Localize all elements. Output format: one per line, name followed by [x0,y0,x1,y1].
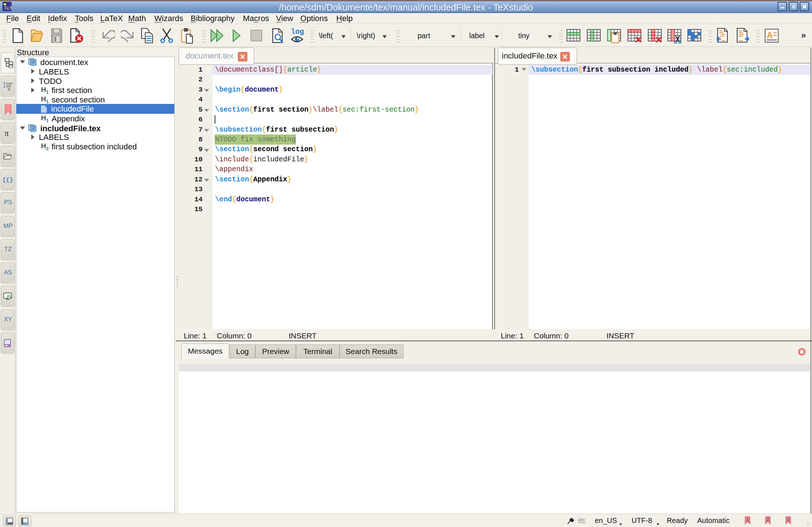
svg-text:1: 1 [3,81,5,85]
svg-text:log: log [291,28,304,36]
svg-text:A: A [767,30,773,40]
svg-text:2: 2 [767,517,769,522]
svg-text:3: 3 [787,517,789,522]
svg-text:[{}]: [{}] [3,177,13,184]
svg-text:π: π [4,128,9,138]
svg-text:abc: abc [578,517,585,522]
svg-text:1: 1 [746,517,749,522]
